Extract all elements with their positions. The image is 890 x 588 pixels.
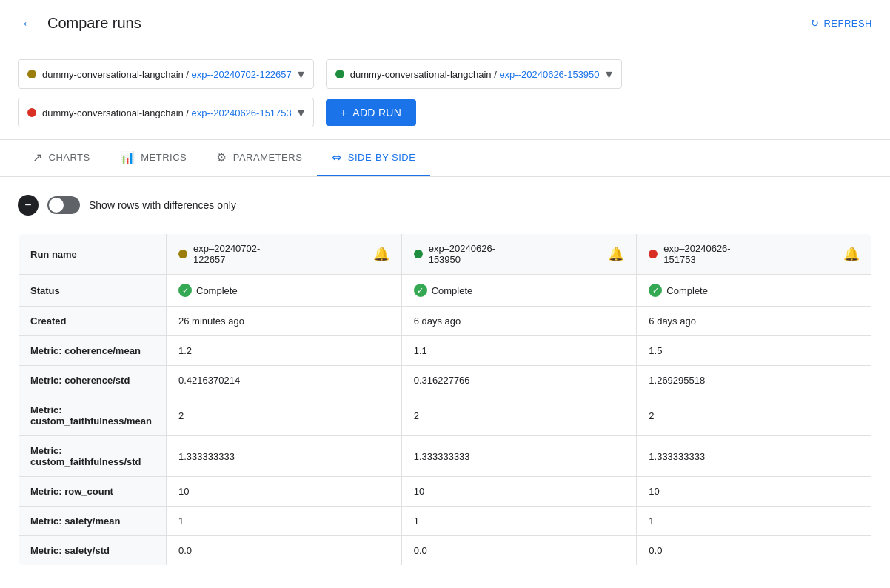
run-header-name-2: exp–20240626-153950 [429,243,495,265]
back-arrow-icon: ← [21,15,36,32]
tab-side-by-side[interactable]: ⇔ SIDE-BY-SIDE [317,140,430,176]
run-header-1: exp–20240702-122657 🔔 [178,243,389,265]
refresh-icon: ↻ [811,18,820,29]
row-label-8: Metric: safety/std [19,536,167,566]
row-8-col-1: 0.0 [401,536,637,566]
bell-icon-3[interactable]: 🔔 [843,246,860,262]
status-check-icon: ✓ [178,284,192,297]
row-label-7: Metric: safety/mean [19,507,167,536]
back-button[interactable]: ← [18,12,39,35]
row-0-col-1: ✓Complete [401,275,637,307]
table-row: Metric: safety/mean111 [19,507,872,536]
run-selector-3[interactable]: dummy-conversational-langchain / exp--20… [18,98,314,127]
refresh-label: REFRESH [823,18,872,29]
toggle-minus-icon[interactable]: − [18,195,39,216]
row-8-col-0: 0.0 [167,536,402,566]
row-2-col-0: 1.2 [167,336,402,366]
run-selector-text-2: dummy-conversational-langchain / exp--20… [350,69,600,80]
row-2-col-1: 1.1 [401,336,637,366]
col-header-run-1: exp–20240702-122657 🔔 [167,234,402,275]
row-label-3: Metric: coherence/std [19,366,167,395]
run-selectors-row-2: dummy-conversational-langchain / exp--20… [18,98,872,127]
bell-icon-1[interactable]: 🔔 [373,246,389,262]
add-run-icon: + [341,107,347,118]
add-run-label: ADD RUN [352,107,401,118]
row-7-col-0: 1 [167,507,402,536]
run-header-dot-1 [178,250,187,258]
status-badge: ✓Complete [178,284,389,297]
run-dot-2 [335,70,344,78]
side-by-side-icon: ⇔ [332,150,342,164]
toggle-label: Show rows with differences only [89,199,236,211]
tab-charts[interactable]: ↗ CHARTS [18,140,105,176]
row-0-col-0: ✓Complete [167,275,402,307]
run-dot-1 [27,70,36,78]
dropdown-arrow-icon-1: ▾ [298,66,304,82]
run-header-3: exp–20240626-151753 🔔 [649,243,860,265]
tab-metrics[interactable]: 📊 METRICS [105,140,202,176]
row-7-col-2: 1 [637,507,872,536]
row-1-col-0: 26 minutes ago [167,307,402,336]
tab-side-by-side-label: SIDE-BY-SIDE [348,152,416,163]
run-selector-1[interactable]: dummy-conversational-langchain / exp--20… [18,59,314,89]
tab-metrics-label: METRICS [141,152,187,163]
run-header-dot-3 [649,250,658,258]
header-left: ← Compare runs [18,12,141,35]
col-header-run-2: exp–20240626-153950 🔔 [401,234,637,275]
table-row: Metric: coherence/std0.42163702140.31622… [19,366,872,395]
run-exp-link-3: exp--20240626-151753 [192,107,292,118]
run-header-2: exp–20240626-153950 🔔 [414,243,625,265]
header: ← Compare runs ↻ REFRESH [0,0,890,47]
differences-toggle[interactable] [47,196,80,214]
status-check-icon: ✓ [414,284,427,297]
row-label-1: Created [19,307,167,336]
row-label-6: Metric: row_count [19,477,167,507]
status-check-icon: ✓ [649,284,662,297]
row-2-col-2: 1.5 [637,336,872,366]
run-header-info-1: exp–20240702-122657 [178,243,260,265]
row-3-col-2: 1.269295518 [637,366,872,395]
row-5-col-2: 1.333333333 [637,436,872,477]
run-header-name-3: exp–20240626-151753 [663,243,730,265]
bell-icon-2[interactable]: 🔔 [608,246,624,262]
parameters-icon: ⚙ [216,150,227,164]
run-selectors-section: dummy-conversational-langchain / exp--20… [0,47,890,140]
run-selector-text-1: dummy-conversational-langchain / exp--20… [42,69,292,80]
row-1-col-2: 6 days ago [637,307,872,336]
row-6-col-2: 10 [637,477,872,507]
row-6-col-0: 10 [167,477,402,507]
row-7-col-1: 1 [401,507,637,536]
table-row: Metric: custom_faithfulness/mean222 [19,395,872,436]
tabs-bar: ↗ CHARTS 📊 METRICS ⚙ PARAMETERS ⇔ SIDE-B… [0,140,890,177]
run-header-name-1: exp–20240702-122657 [193,243,260,265]
col-header-run-3: exp–20240626-151753 🔔 [637,234,872,275]
table-row: Metric: coherence/mean1.21.11.5 [19,336,872,366]
metrics-icon: 📊 [120,150,135,164]
status-text: Complete [196,285,238,296]
tab-parameters[interactable]: ⚙ PARAMETERS [201,140,317,176]
status-badge: ✓Complete [414,284,625,297]
page-title: Compare runs [47,15,141,32]
row-3-col-0: 0.4216370214 [167,366,402,395]
compare-table: Run name exp–20240702-122657 🔔 [18,233,872,566]
status-badge: ✓Complete [649,284,860,297]
row-label-0: Status [19,275,167,307]
row-5-col-0: 1.333333333 [167,436,402,477]
main-content: − Show rows with differences only Run na… [0,177,890,584]
run-header-dot-2 [414,250,423,258]
row-6-col-1: 10 [401,477,637,507]
table-row: Status✓Complete✓Complete✓Complete [19,275,872,307]
dropdown-arrow-icon-2: ▾ [606,66,612,82]
refresh-button[interactable]: ↻ REFRESH [811,18,872,29]
status-text: Complete [432,285,473,296]
row-label-5: Metric: custom_faithfulness/std [19,436,167,477]
row-8-col-2: 0.0 [637,536,872,566]
dropdown-arrow-icon-3: ▾ [298,104,304,121]
toggle-row: − Show rows with differences only [18,195,872,216]
run-selectors-row-1: dummy-conversational-langchain / exp--20… [18,59,872,89]
table-row: Metric: safety/std0.00.00.0 [19,536,872,566]
run-selector-2[interactable]: dummy-conversational-langchain / exp--20… [326,59,622,89]
table-row: Created26 minutes ago6 days ago6 days ag… [19,307,872,336]
add-run-button[interactable]: + ADD RUN [326,99,416,126]
row-label-4: Metric: custom_faithfulness/mean [19,395,167,436]
